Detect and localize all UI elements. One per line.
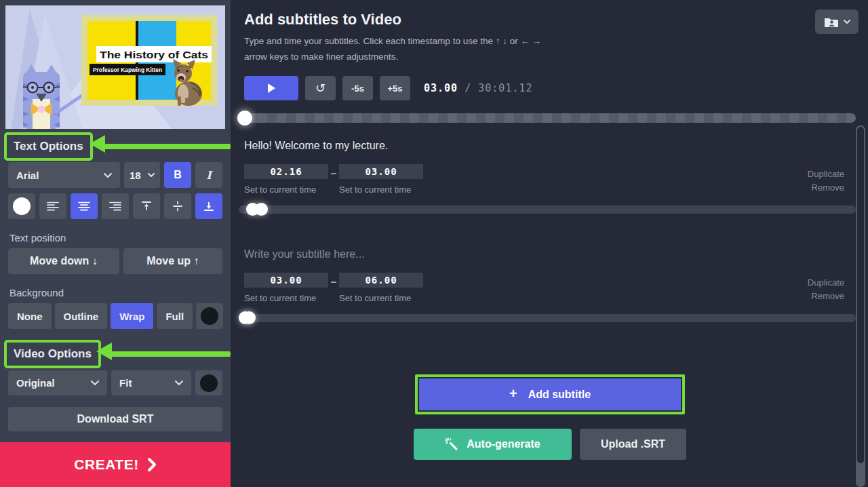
valign-middle-button[interactable]	[164, 193, 191, 219]
align-right-button[interactable]	[102, 193, 129, 219]
subtitle-range-slider	[239, 203, 856, 216]
set-end-to-current-link[interactable]: Set to current time	[339, 293, 423, 303]
rewind-5s-button[interactable]: -5s	[342, 76, 373, 100]
background-full-button[interactable]: Full	[157, 303, 193, 329]
background-color-button[interactable]	[196, 303, 223, 329]
workspace-folder-button[interactable]	[815, 9, 859, 34]
playback-controls: ↺ -5s +5s 03.00 / 30:01.12	[244, 76, 856, 100]
move-up-button[interactable]: Move up ↑	[123, 248, 222, 274]
auto-generate-button[interactable]: Auto-generate	[414, 429, 572, 460]
align-right-icon	[109, 201, 121, 211]
preview-author: Professor Kapwing Kitten	[93, 66, 162, 73]
subtitle-editor-panel: Add subtitles to Video Type and time you…	[231, 0, 868, 487]
remove-link[interactable]: Remove	[808, 182, 844, 193]
subtitle-text-input[interactable]: Write your subtitle here...	[244, 248, 856, 260]
forward-5s-button[interactable]: +5s	[380, 76, 410, 100]
time-display: 03.00 / 30:01.12	[424, 82, 533, 94]
black-color-swatch	[200, 374, 218, 392]
set-end-to-current-link[interactable]: Set to current time	[339, 184, 423, 195]
chevron-down-icon	[175, 381, 183, 385]
start-time-input[interactable]: 03.00	[244, 273, 328, 288]
end-time-input[interactable]: 03.00	[339, 164, 423, 179]
move-down-button[interactable]: Move down ↓	[8, 248, 119, 274]
fit-value: Fit	[119, 377, 132, 389]
subtitle-row-1: Hello! Welcome to my lecture. 02.16 – 03…	[244, 140, 856, 214]
green-arrow-head	[90, 135, 105, 153]
app-window: The History of Cats Professor Kapwing Ki…	[0, 0, 868, 487]
chevron-down-icon	[148, 173, 155, 177]
sidebar: The History of Cats Professor Kapwing Ki…	[0, 0, 231, 487]
text-options-highlight-box: Text Options	[4, 132, 93, 161]
align-center-icon	[78, 201, 90, 211]
subtitle-row-2: Write your subtitle here... 03.00 – 06.0…	[244, 248, 856, 323]
text-color-button[interactable]	[8, 193, 35, 219]
output-size-value: Original	[16, 377, 55, 389]
align-left-button[interactable]	[39, 193, 66, 219]
set-start-to-current-link[interactable]: Set to current time	[244, 184, 328, 195]
seek-track[interactable]	[239, 113, 856, 123]
duplicate-link[interactable]: Duplicate	[808, 169, 844, 179]
bold-glyph: B	[174, 169, 182, 181]
valign-top-icon	[141, 201, 152, 212]
time-range-dash: –	[328, 276, 339, 288]
end-time-input[interactable]: 06.00	[339, 273, 423, 288]
scrollbar-thumb[interactable]	[856, 125, 865, 465]
chevron-down-icon	[91, 381, 99, 385]
valign-top-button[interactable]	[133, 193, 160, 219]
description-line-1: Type and time your subtitles. Click each…	[244, 34, 541, 50]
subtitle-range-slider	[239, 311, 856, 325]
align-center-button[interactable]	[71, 193, 98, 219]
canvas-color-button[interactable]	[195, 370, 222, 395]
total-time: 30:01.12	[478, 82, 532, 94]
download-srt-button[interactable]: Download SRT	[8, 407, 222, 431]
chevron-right-icon	[147, 457, 157, 472]
set-start-to-current-link[interactable]: Set to current time	[244, 293, 328, 303]
add-subtitle-label: Add subtitle	[528, 389, 591, 401]
align-left-icon	[47, 201, 59, 211]
range-end-handle[interactable]	[243, 311, 256, 324]
valign-bottom-button[interactable]	[195, 193, 222, 219]
font-size-select[interactable]: 18	[124, 162, 160, 188]
page-description: Type and time your subtitles. Click each…	[244, 34, 541, 64]
upload-srt-button[interactable]: Upload .SRT	[580, 429, 686, 460]
video-preview-frame: The History of Cats Professor Kapwing Ki…	[5, 5, 225, 129]
scrollbar-track[interactable]	[856, 125, 865, 487]
range-track[interactable]	[239, 206, 856, 214]
background-wrap-button[interactable]: Wrap	[111, 303, 153, 329]
output-size-select[interactable]: Original	[8, 370, 107, 395]
plus-icon: +	[509, 386, 517, 402]
italic-button[interactable]: I	[195, 162, 222, 188]
restart-button[interactable]: ↺	[305, 76, 336, 100]
magic-wand-icon	[445, 437, 458, 451]
chevron-down-icon	[844, 20, 850, 24]
range-track[interactable]	[239, 314, 856, 322]
font-family-select[interactable]: Arial	[8, 162, 120, 188]
italic-glyph: I	[206, 169, 211, 182]
start-time-input[interactable]: 02.16	[244, 164, 328, 179]
background-outline-button[interactable]: Outline	[55, 303, 108, 329]
valign-middle-icon	[172, 201, 183, 212]
background-none-button[interactable]: None	[8, 303, 52, 329]
page-title: Add subtitles to Video	[244, 11, 541, 28]
text-position-label: Text position	[9, 232, 221, 244]
add-subtitle-button[interactable]: + Add subtitle	[419, 378, 681, 410]
create-button[interactable]: CREATE!	[0, 442, 231, 487]
range-end-handle[interactable]	[255, 203, 268, 216]
header-text: Add subtitles to Video Type and time you…	[244, 9, 541, 64]
seek-handle[interactable]	[237, 111, 252, 125]
description-line-2: arrow keys to make finer adjustments.	[244, 50, 541, 65]
duplicate-link[interactable]: Duplicate	[808, 277, 844, 288]
background-label: Background	[9, 287, 221, 298]
bold-button[interactable]: B	[164, 162, 191, 188]
video-preview[interactable]: The History of Cats Professor Kapwing Ki…	[5, 5, 225, 129]
fit-select[interactable]: Fit	[111, 370, 191, 395]
green-arrow	[104, 144, 231, 149]
play-button[interactable]	[244, 76, 298, 100]
font-size-value: 18	[130, 170, 141, 181]
current-time: 03.00	[424, 82, 458, 94]
folder-user-icon	[824, 16, 839, 27]
font-family-value: Arial	[16, 170, 39, 181]
time-range-dash: –	[328, 168, 339, 180]
remove-link[interactable]: Remove	[808, 291, 844, 301]
subtitle-text-input[interactable]: Hello! Welcome to my lecture.	[244, 140, 856, 152]
